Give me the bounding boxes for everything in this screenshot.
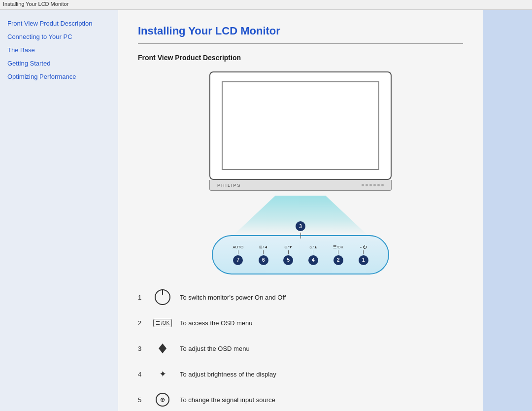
ctrl-num-5: 5 <box>283 255 293 265</box>
description-table: 1 To switch monitor's power On and Off 2… <box>138 289 463 411</box>
controls-oval: 3 AUTO 7 ⊞/◄ 6 <box>212 235 389 274</box>
ctrl-label-1: • ⏻ <box>360 245 366 249</box>
desc-row-2: 2 ☰/OK To access the OSD menu <box>138 315 463 331</box>
ctrl-label-6: ⊞/◄ <box>259 245 267 249</box>
page-title: Installing Your LCD Monitor <box>138 25 463 37</box>
desc-text-1: To switch monitor's power On and Off <box>180 294 286 301</box>
input-icon: ⊕ <box>156 393 169 407</box>
desc-num-5: 5 <box>138 396 145 404</box>
controls-wrapper: 3 AUTO 7 ⊞/◄ 6 <box>207 235 394 274</box>
menu-ok-icon: ☰/OK <box>153 319 172 327</box>
ctrl-label-4: ☼/▲ <box>309 245 317 249</box>
dot-6 <box>381 184 384 186</box>
section-title: Front View Product Description <box>138 54 463 62</box>
brightness-icon: ✦ <box>159 369 166 379</box>
monitor-body <box>209 71 392 180</box>
sidebar-item-optimizing[interactable]: Optimizing Performance <box>7 73 110 80</box>
desc-row-3: 3 To adjust the OSD menu <box>138 341 463 356</box>
title-bar: Installing Your LCD Monitor <box>0 0 532 10</box>
dot-1 <box>362 184 364 186</box>
dot-3 <box>369 184 372 186</box>
sidebar-item-the-base[interactable]: The Base <box>7 46 110 54</box>
desc-text-4: To adjust brightness of the display <box>180 371 276 378</box>
arrows-icon <box>159 343 166 353</box>
desc-text-5: To change the signal input source <box>180 396 275 404</box>
dot-2 <box>366 184 368 186</box>
main-content: Installing Your LCD Monitor Front View P… <box>118 10 483 411</box>
ctrl-line-5 <box>288 250 289 254</box>
desc-text-3: To adjust the OSD menu <box>180 345 250 352</box>
monitor-screen <box>222 81 379 170</box>
divider <box>138 43 463 44</box>
desc-num-1: 1 <box>138 294 145 301</box>
ctrl-label-5: ⊕/▼ <box>284 245 293 249</box>
monitor-diagram: PHILIPS 3 <box>138 71 463 274</box>
desc-icon-arrows <box>153 341 172 356</box>
ctrl-btn-2: ☰/OK 2 <box>333 245 343 265</box>
dots-row <box>362 184 384 186</box>
title-bar-text: Installing Your LCD Monitor <box>3 1 68 7</box>
desc-text-2: To access the OSD menu <box>180 319 252 327</box>
ctrl-line-2 <box>338 250 338 254</box>
ctrl-btn-6: ⊞/◄ 6 <box>259 245 268 265</box>
philips-logo: PHILIPS <box>217 183 241 188</box>
ctrl-num-2: 2 <box>333 255 343 265</box>
desc-row-1: 1 To switch monitor's power On and Off <box>138 289 463 305</box>
desc-num-2: 2 <box>138 319 145 327</box>
desc-icon-brightness: ✦ <box>153 366 172 382</box>
ctrl-num-4: 4 <box>308 255 318 265</box>
monitor-bottom-bar: PHILIPS <box>209 180 392 191</box>
desc-icon-power <box>153 289 172 305</box>
ctrl-line-6 <box>263 250 264 254</box>
sidebar-item-connecting[interactable]: Connecting to Your PC <box>7 33 110 40</box>
right-panel <box>483 10 532 411</box>
desc-icon-menu: ☰/OK <box>153 315 172 331</box>
sidebar-item-getting-started[interactable]: Getting Started <box>7 60 110 67</box>
ctrl-num-3: 3 <box>296 221 305 231</box>
desc-icon-input: ⊕ <box>153 392 172 408</box>
dot-5 <box>377 184 380 186</box>
ctrl-line-7 <box>238 250 238 254</box>
ctrl-num-6: 6 <box>259 255 268 265</box>
sidebar: Front View Produt Description Connecting… <box>0 10 118 411</box>
ctrl-num-7: 7 <box>233 255 243 265</box>
ctrl-label-2: ☰/OK <box>333 245 343 249</box>
dot-4 <box>373 184 376 186</box>
sidebar-item-front-view[interactable]: Front View Produt Description <box>7 20 110 27</box>
power-icon <box>155 289 170 305</box>
ctrl-line-4 <box>313 250 313 254</box>
ctrl-btn-5: ⊕/▼ 5 <box>283 245 293 265</box>
ctrl-num-1: 1 <box>359 255 368 265</box>
ctrl-btn-1: • ⏻ 1 <box>359 245 368 265</box>
desc-num-3: 3 <box>138 345 145 352</box>
ctrl-line-1 <box>363 250 364 254</box>
ctrl-btn-7: AUTO 7 <box>233 245 243 265</box>
ctrl-btn-4: ☼/▲ 4 <box>308 245 318 265</box>
desc-row-4: 4 ✦ To adjust brightness of the display <box>138 366 463 382</box>
desc-num-4: 4 <box>138 371 145 378</box>
desc-row-5: 5 ⊕ To change the signal input source <box>138 392 463 408</box>
ctrl-label-7: AUTO <box>233 245 243 249</box>
